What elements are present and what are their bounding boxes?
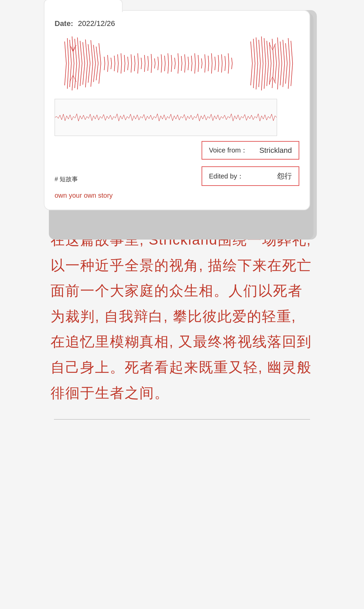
svg-line-36	[118, 54, 118, 63]
svg-line-59	[154, 63, 155, 68]
svg-line-3	[67, 63, 69, 89]
svg-line-25	[96, 63, 98, 80]
svg-line-133	[285, 63, 287, 84]
svg-line-108	[253, 39, 255, 63]
svg-line-44	[131, 54, 132, 63]
svg-line-62	[161, 54, 162, 63]
svg-line-103	[228, 63, 229, 74]
main-content: 在这篇故事里, Strickland围绕一场葬礼, 以一种近乎全景的视角, 描绘…	[44, 227, 320, 406]
svg-line-16	[85, 39, 87, 63]
svg-line-137	[291, 63, 293, 86]
svg-line-81	[191, 63, 192, 71]
waveform-big	[55, 35, 299, 92]
svg-line-14	[83, 42, 85, 63]
svg-line-125	[275, 63, 276, 83]
svg-line-82	[195, 53, 195, 63]
svg-line-15	[83, 63, 85, 85]
svg-line-54	[148, 56, 148, 63]
svg-line-42	[128, 57, 128, 63]
svg-line-91	[208, 63, 209, 71]
svg-line-51	[141, 63, 142, 69]
svg-line-69	[171, 63, 172, 72]
svg-line-39	[121, 63, 122, 74]
svg-line-105	[232, 63, 232, 69]
svg-line-118	[267, 41, 269, 63]
svg-line-123	[272, 63, 274, 88]
svg-line-66	[168, 53, 169, 63]
svg-line-5	[70, 63, 71, 87]
svg-line-11	[78, 63, 80, 89]
svg-line-135	[288, 63, 290, 89]
svg-line-0	[65, 41, 66, 63]
svg-line-104	[232, 58, 232, 63]
svg-line-57	[151, 63, 152, 73]
svg-line-63	[161, 63, 162, 73]
folder-main: Date: 2022/12/26	[44, 10, 310, 210]
svg-line-47	[134, 63, 135, 71]
svg-line-2	[67, 38, 69, 63]
svg-line-68	[171, 55, 172, 63]
svg-line-65	[164, 63, 165, 71]
svg-line-13	[80, 63, 82, 86]
svg-line-30	[108, 55, 108, 63]
divider	[54, 419, 310, 420]
svg-line-12	[80, 41, 82, 63]
svg-line-73	[178, 63, 179, 74]
svg-line-45	[131, 63, 132, 73]
svg-line-9	[75, 63, 77, 88]
svg-line-115	[262, 63, 263, 90]
svg-line-52	[145, 55, 145, 63]
svg-line-107	[251, 63, 252, 85]
date-label: Date:	[55, 19, 73, 28]
svg-line-35	[114, 63, 115, 71]
svg-line-101	[225, 63, 225, 71]
svg-line-88	[205, 54, 206, 63]
svg-line-10	[78, 37, 80, 63]
svg-line-56	[151, 54, 152, 63]
svg-line-29	[104, 63, 105, 70]
svg-line-122	[272, 39, 274, 63]
svg-line-70	[175, 58, 175, 63]
svg-line-92	[211, 53, 212, 63]
svg-line-49	[138, 63, 139, 74]
svg-line-110	[256, 37, 258, 63]
svg-line-126	[277, 37, 279, 63]
svg-line-24	[96, 47, 98, 63]
svg-line-46	[134, 56, 135, 63]
voice-from-label: Voice from：	[209, 146, 247, 155]
svg-line-34	[114, 56, 115, 63]
svg-line-117	[264, 63, 266, 89]
svg-line-53	[145, 63, 145, 72]
svg-line-32	[111, 58, 112, 63]
tag-label: # 短故事	[55, 175, 78, 183]
svg-line-134	[288, 38, 290, 63]
svg-line-84	[198, 55, 199, 63]
svg-line-116	[264, 38, 266, 63]
svg-line-76	[185, 54, 185, 63]
svg-line-31	[108, 63, 108, 72]
svg-line-89	[205, 63, 206, 73]
svg-line-8	[75, 39, 77, 63]
svg-line-38	[121, 53, 122, 63]
edited-by-value: 怨行	[277, 171, 292, 181]
info-boxes: Voice from： Strickland Edited by： 怨行	[202, 141, 299, 189]
svg-line-90	[208, 56, 209, 63]
svg-line-114	[262, 36, 263, 63]
page-container: Date: 2022/12/26	[0, 10, 364, 420]
svg-line-18	[88, 44, 90, 63]
edited-by-label: Edited by：	[209, 172, 244, 181]
svg-line-22	[93, 45, 95, 63]
svg-line-78	[188, 57, 189, 63]
folder-date: Date: 2022/12/26	[55, 18, 299, 28]
svg-line-74	[181, 56, 182, 63]
svg-line-37	[118, 63, 118, 73]
svg-line-17	[85, 63, 87, 87]
svg-line-21	[91, 63, 93, 87]
svg-line-71	[175, 63, 175, 69]
svg-line-93	[211, 63, 212, 74]
svg-line-28	[104, 57, 105, 63]
svg-line-98	[221, 54, 222, 63]
edited-by-box: Edited by： 怨行	[202, 166, 299, 186]
svg-line-127	[277, 63, 279, 89]
footer-text: own your own story	[55, 192, 299, 199]
